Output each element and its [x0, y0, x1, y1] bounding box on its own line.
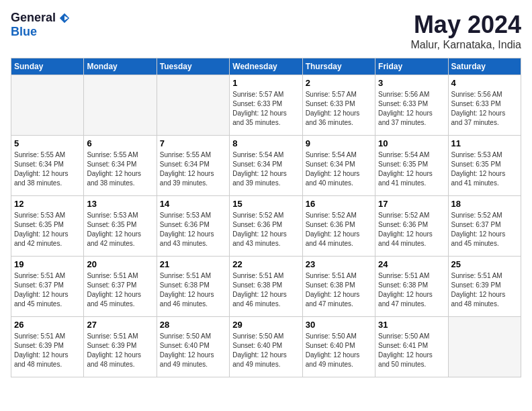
calendar-cell: 10Sunrise: 5:54 AM Sunset: 6:35 PM Dayli… — [375, 136, 448, 196]
calendar: SundayMondayTuesdayWednesdayThursdayFrid… — [11, 58, 521, 377]
day-info: Sunrise: 5:51 AM Sunset: 6:38 PM Dayligh… — [378, 271, 445, 309]
calendar-cell: 3Sunrise: 5:56 AM Sunset: 6:33 PM Daylig… — [375, 75, 448, 136]
week-row-4: 19Sunrise: 5:51 AM Sunset: 6:37 PM Dayli… — [11, 257, 521, 317]
calendar-cell: 18Sunrise: 5:52 AM Sunset: 6:37 PM Dayli… — [448, 196, 521, 257]
calendar-cell: 13Sunrise: 5:53 AM Sunset: 6:35 PM Dayli… — [84, 196, 157, 257]
day-info: Sunrise: 5:51 AM Sunset: 6:38 PM Dayligh… — [232, 271, 299, 309]
day-info: Sunrise: 5:55 AM Sunset: 6:34 PM Dayligh… — [160, 150, 226, 188]
calendar-header-sunday: Sunday — [11, 58, 84, 75]
calendar-cell: 29Sunrise: 5:50 AM Sunset: 6:40 PM Dayli… — [230, 317, 302, 377]
day-number: 2 — [306, 78, 372, 88]
day-number: 14 — [160, 199, 226, 209]
day-number: 5 — [14, 138, 81, 148]
day-number: 10 — [378, 138, 445, 148]
calendar-cell: 4Sunrise: 5:56 AM Sunset: 6:33 PM Daylig… — [448, 75, 521, 136]
day-number: 15 — [232, 199, 299, 209]
calendar-cell — [157, 75, 229, 136]
calendar-cell: 24Sunrise: 5:51 AM Sunset: 6:38 PM Dayli… — [375, 257, 448, 317]
calendar-cell: 23Sunrise: 5:51 AM Sunset: 6:38 PM Dayli… — [302, 257, 375, 317]
day-number: 17 — [378, 199, 445, 209]
calendar-cell: 8Sunrise: 5:54 AM Sunset: 6:34 PM Daylig… — [230, 136, 302, 196]
calendar-cell: 17Sunrise: 5:52 AM Sunset: 6:36 PM Dayli… — [375, 196, 448, 257]
day-number: 25 — [451, 259, 518, 269]
day-info: Sunrise: 5:56 AM Sunset: 6:33 PM Dayligh… — [378, 90, 445, 128]
calendar-cell: 9Sunrise: 5:54 AM Sunset: 6:34 PM Daylig… — [302, 136, 375, 196]
day-number: 9 — [306, 138, 372, 148]
day-info: Sunrise: 5:50 AM Sunset: 6:40 PM Dayligh… — [232, 332, 299, 369]
day-info: Sunrise: 5:56 AM Sunset: 6:33 PM Dayligh… — [451, 90, 518, 128]
day-info: Sunrise: 5:51 AM Sunset: 6:38 PM Dayligh… — [306, 271, 372, 309]
day-info: Sunrise: 5:51 AM Sunset: 6:38 PM Dayligh… — [160, 271, 226, 309]
calendar-cell: 2Sunrise: 5:57 AM Sunset: 6:33 PM Daylig… — [302, 75, 375, 136]
title-section: May 2024 Malur, Karnataka, India — [410, 11, 521, 51]
month-title: May 2024 — [410, 11, 521, 39]
calendar-body: 1Sunrise: 5:57 AM Sunset: 6:33 PM Daylig… — [11, 75, 521, 377]
calendar-cell: 16Sunrise: 5:52 AM Sunset: 6:36 PM Dayli… — [302, 196, 375, 257]
day-number: 12 — [14, 199, 81, 209]
page-header: General Blue May 2024 Malur, Karnataka, … — [11, 11, 521, 51]
day-number: 16 — [306, 199, 372, 209]
calendar-header-thursday: Thursday — [302, 58, 375, 75]
calendar-cell: 1Sunrise: 5:57 AM Sunset: 6:33 PM Daylig… — [230, 75, 302, 136]
day-number: 30 — [306, 320, 372, 330]
calendar-cell: 19Sunrise: 5:51 AM Sunset: 6:37 PM Dayli… — [11, 257, 84, 317]
logo: General Blue — [11, 11, 71, 39]
day-info: Sunrise: 5:51 AM Sunset: 6:39 PM Dayligh… — [87, 332, 153, 369]
week-row-3: 12Sunrise: 5:53 AM Sunset: 6:35 PM Dayli… — [11, 196, 521, 257]
day-info: Sunrise: 5:51 AM Sunset: 6:39 PM Dayligh… — [451, 271, 518, 309]
logo-blue: Blue — [11, 25, 37, 39]
day-number: 20 — [87, 259, 153, 269]
calendar-cell: 5Sunrise: 5:55 AM Sunset: 6:34 PM Daylig… — [11, 136, 84, 196]
day-number: 22 — [232, 259, 299, 269]
day-info: Sunrise: 5:57 AM Sunset: 6:33 PM Dayligh… — [306, 90, 372, 128]
location: Malur, Karnataka, India — [410, 39, 521, 51]
calendar-header-friday: Friday — [375, 58, 448, 75]
day-info: Sunrise: 5:53 AM Sunset: 6:36 PM Dayligh… — [160, 211, 226, 248]
day-info: Sunrise: 5:57 AM Sunset: 6:33 PM Dayligh… — [232, 90, 299, 128]
day-number: 29 — [232, 320, 299, 330]
day-info: Sunrise: 5:51 AM Sunset: 6:39 PM Dayligh… — [14, 332, 81, 369]
day-number: 24 — [378, 259, 445, 269]
calendar-header-wednesday: Wednesday — [230, 58, 302, 75]
calendar-cell — [84, 75, 157, 136]
day-info: Sunrise: 5:53 AM Sunset: 6:35 PM Dayligh… — [451, 150, 518, 188]
day-info: Sunrise: 5:54 AM Sunset: 6:34 PM Dayligh… — [306, 150, 372, 188]
calendar-header-tuesday: Tuesday — [157, 58, 229, 75]
day-info: Sunrise: 5:51 AM Sunset: 6:37 PM Dayligh… — [87, 271, 153, 309]
calendar-cell: 28Sunrise: 5:50 AM Sunset: 6:40 PM Dayli… — [157, 317, 229, 377]
day-number: 7 — [160, 138, 226, 148]
day-info: Sunrise: 5:50 AM Sunset: 6:40 PM Dayligh… — [160, 332, 226, 369]
day-number: 1 — [232, 78, 299, 88]
day-info: Sunrise: 5:55 AM Sunset: 6:34 PM Dayligh… — [14, 150, 81, 188]
day-number: 19 — [14, 259, 81, 269]
day-info: Sunrise: 5:50 AM Sunset: 6:40 PM Dayligh… — [306, 332, 372, 369]
week-row-5: 26Sunrise: 5:51 AM Sunset: 6:39 PM Dayli… — [11, 317, 521, 377]
day-number: 3 — [378, 78, 445, 88]
day-info: Sunrise: 5:53 AM Sunset: 6:35 PM Dayligh… — [87, 211, 153, 248]
calendar-cell: 11Sunrise: 5:53 AM Sunset: 6:35 PM Dayli… — [448, 136, 521, 196]
calendar-cell: 20Sunrise: 5:51 AM Sunset: 6:37 PM Dayli… — [84, 257, 157, 317]
calendar-cell — [11, 75, 84, 136]
day-number: 6 — [87, 138, 153, 148]
day-number: 31 — [378, 320, 445, 330]
calendar-cell: 6Sunrise: 5:55 AM Sunset: 6:34 PM Daylig… — [84, 136, 157, 196]
calendar-header-saturday: Saturday — [448, 58, 521, 75]
day-info: Sunrise: 5:52 AM Sunset: 6:36 PM Dayligh… — [378, 211, 445, 248]
logo-icon — [58, 12, 71, 24]
day-info: Sunrise: 5:51 AM Sunset: 6:37 PM Dayligh… — [14, 271, 81, 309]
calendar-cell: 21Sunrise: 5:51 AM Sunset: 6:38 PM Dayli… — [157, 257, 229, 317]
day-number: 11 — [451, 138, 518, 148]
calendar-cell: 30Sunrise: 5:50 AM Sunset: 6:40 PM Dayli… — [302, 317, 375, 377]
week-row-2: 5Sunrise: 5:55 AM Sunset: 6:34 PM Daylig… — [11, 136, 521, 196]
day-number: 13 — [87, 199, 153, 209]
day-number: 23 — [306, 259, 372, 269]
day-info: Sunrise: 5:54 AM Sunset: 6:34 PM Dayligh… — [232, 150, 299, 188]
calendar-cell: 31Sunrise: 5:50 AM Sunset: 6:41 PM Dayli… — [375, 317, 448, 377]
calendar-cell: 14Sunrise: 5:53 AM Sunset: 6:36 PM Dayli… — [157, 196, 229, 257]
calendar-header-row: SundayMondayTuesdayWednesdayThursdayFrid… — [11, 58, 521, 75]
logo-general: General — [11, 11, 56, 25]
day-number: 26 — [14, 320, 81, 330]
calendar-cell — [448, 317, 521, 377]
calendar-cell: 25Sunrise: 5:51 AM Sunset: 6:39 PM Dayli… — [448, 257, 521, 317]
day-info: Sunrise: 5:54 AM Sunset: 6:35 PM Dayligh… — [378, 150, 445, 188]
